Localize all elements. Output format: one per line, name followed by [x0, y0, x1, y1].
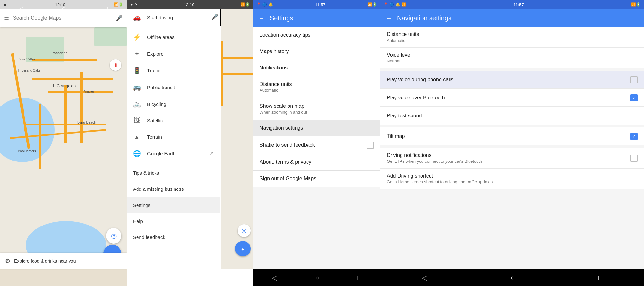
label-anaheim: Anaheim	[84, 90, 96, 93]
voice-bluetooth-checkbox[interactable]: ✓	[630, 94, 638, 101]
explore-label: Explore	[147, 51, 213, 57]
settings-status-time: 11:57	[315, 2, 326, 7]
menu-item-terrain[interactable]: ▲ Terrain	[127, 129, 220, 145]
settings-item-notifications[interactable]: Notifications	[253, 60, 380, 76]
nav-item-driving-shortcut[interactable]: Add Driving shortcut Get a Home screen s…	[380, 169, 644, 189]
menu-item-settings[interactable]: Settings	[127, 197, 220, 213]
menu-item-satellite[interactable]: 🖼 Satellite	[127, 112, 220, 129]
road-horizontal-2	[32, 78, 113, 80]
menu-item-help[interactable]: Help	[127, 213, 220, 229]
menu-status-right: 📶🔋	[240, 2, 250, 7]
nav-voice-calls-content: Play voice during phone calls	[387, 77, 630, 83]
nav-home-btn[interactable]: ○	[504, 272, 521, 284]
settings-item-about[interactable]: About, terms & privacy	[253, 154, 380, 171]
settings-recents-btn[interactable]: □	[351, 272, 368, 284]
map-status-icons-left: ☰	[3, 2, 7, 7]
settings-item-show-scale[interactable]: Show scale on map When zooming in and ou…	[253, 98, 380, 120]
bg-road-3	[221, 73, 253, 75]
menu-item-public-transit[interactable]: 🚌 Public transit	[127, 79, 220, 96]
satellite-label: Satellite	[147, 118, 213, 123]
menu-content: 🚗 Start driving ⚡ Offline areas ✦ Explor…	[127, 9, 220, 269]
menu-item-explore[interactable]: ✦ Explore	[127, 45, 220, 62]
nav-item-tilt-map[interactable]: Tilt map ✓	[380, 127, 644, 145]
settings-item-signout[interactable]: Sign out of Google Maps	[253, 171, 380, 187]
label-long-beach: Long Beach	[77, 120, 96, 124]
menu-item-tips[interactable]: Tips & tricks	[127, 165, 220, 181]
nav-item-voice-bluetooth[interactable]: Play voice over Bluetooth ✓	[380, 89, 644, 107]
nav-back-btn[interactable]: ◁	[416, 271, 433, 284]
nav-voice-subtitle: Normal	[387, 59, 638, 63]
search-input[interactable]	[13, 15, 112, 21]
settings-item-shake-feedback[interactable]: Shake to send feedback	[253, 136, 380, 154]
label-two-harbors: Two Harbors	[18, 149, 36, 153]
hamburger-icon[interactable]: ☰	[4, 14, 9, 22]
voice-calls-checkbox[interactable]	[630, 76, 638, 83]
settings-item-distance-units[interactable]: Distance units Automatic	[253, 76, 380, 98]
explore-gear-icon: ⚙	[5, 257, 10, 264]
map-status-time: 12:10	[55, 2, 66, 7]
map-search-bar: ☰ 🎤	[0, 9, 127, 27]
map-status-icons-right: 📶🔋	[114, 2, 123, 7]
tilt-map-checkbox[interactable]: ✓	[630, 133, 638, 140]
map-green-2	[94, 27, 127, 46]
road-horizontal-1	[32, 59, 97, 61]
map-background: Simi Valley Thousand Oaks Pasadena L.C A…	[0, 27, 127, 269]
nav-tilt-title: Tilt map	[387, 134, 630, 139]
nav-recents-btn[interactable]: □	[592, 272, 609, 284]
menu-item-send-feedback[interactable]: Send feedback	[127, 229, 220, 245]
menu-item-offline-areas[interactable]: ⚡ Offline areas	[127, 29, 220, 45]
settings-back-btn[interactable]: ◁	[266, 271, 283, 284]
offline-areas-label: Offline areas	[147, 34, 213, 40]
menu-mic-icon[interactable]: 🎤	[211, 14, 218, 21]
nav-settings-panel: 📍 🔵 🔔 📶 11:57 📶🔋 ← Navigation settings D…	[380, 0, 644, 286]
help-label: Help	[133, 218, 213, 224]
settings-item-shake-content: Shake to send feedback	[260, 142, 367, 148]
menu-item-bicycling[interactable]: 🚲 Bicycling	[127, 96, 220, 112]
nav-item-distance-units[interactable]: Distance units Automatic	[380, 27, 644, 48]
nav-settings-back-button[interactable]: ←	[385, 14, 392, 22]
nav-item-voice-phone-calls[interactable]: Play voice during phone calls	[380, 71, 644, 89]
nav-driving-notif-title: Driving notifications	[387, 152, 630, 158]
nav-voice-bluetooth-title: Play voice over Bluetooth	[387, 95, 630, 101]
explore-bar-text: Explore food & drinks near you	[14, 258, 76, 263]
tips-label: Tips & tricks	[133, 170, 213, 176]
menu-item-traffic[interactable]: 🚦 Traffic	[127, 62, 220, 79]
mic-icon[interactable]: 🎤	[116, 14, 123, 22]
compass[interactable]: ⬆	[110, 59, 121, 71]
bicycling-icon: 🚲	[133, 100, 141, 108]
settings-home-btn[interactable]: ○	[309, 272, 326, 284]
menu-item-google-earth[interactable]: 🌐 Google Earth ↗	[127, 145, 220, 162]
bg-location-btn[interactable]: ◎	[238, 224, 251, 237]
explore-bar[interactable]: ⚙ Explore food & drinks near you	[0, 253, 127, 269]
settings-status-bar: 📍 🔵 🔔 11:57 📶🔋	[253, 0, 380, 9]
nav-driving-shortcut-content: Add Driving shortcut Get a Home screen s…	[387, 173, 638, 184]
settings-item-scale-content: Show scale on map When zooming in and ou…	[260, 103, 374, 115]
settings-show-scale-title: Show scale on map	[260, 103, 374, 109]
settings-item-location-accuracy[interactable]: Location accuracy tips	[253, 27, 380, 43]
settings-item-maps-history-content: Maps history	[260, 49, 374, 54]
settings-back-button[interactable]: ←	[258, 14, 265, 22]
nav-item-driving-notifications[interactable]: Driving notifications Get ETAs when you …	[380, 148, 644, 169]
settings-item-maps-history[interactable]: Maps history	[253, 43, 380, 60]
settings-title: Settings	[270, 14, 293, 22]
menu-item-start-driving[interactable]: 🚗 Start driving	[127, 9, 220, 26]
settings-status-icons-right: 📶🔋	[367, 2, 377, 7]
terrain-label: Terrain	[147, 134, 213, 140]
add-business-label: Add a missing business	[133, 186, 213, 192]
settings-maps-history-title: Maps history	[260, 49, 374, 54]
nav-item-voice-level[interactable]: Voice level Normal	[380, 48, 644, 68]
my-location-button[interactable]: ◎	[106, 228, 121, 244]
shake-feedback-checkbox[interactable]	[367, 142, 374, 149]
nav-voice-title: Voice level	[387, 52, 638, 58]
bg-nav-btn[interactable]: ⬥	[235, 241, 251, 256]
settings-item-navigation[interactable]: Navigation settings	[253, 120, 380, 136]
settings-item-nav-content: Navigation settings	[260, 125, 374, 131]
menu-status-left: ▼ ✕	[130, 2, 138, 7]
driving-notifications-checkbox[interactable]	[630, 155, 638, 162]
menu-item-add-business[interactable]: Add a missing business	[127, 181, 220, 197]
public-transit-label: Public transit	[147, 85, 213, 90]
start-driving-label: Start driving	[147, 15, 213, 20]
settings-item-location-accuracy-content: Location accuracy tips	[260, 32, 374, 38]
nav-item-test-sound[interactable]: Play test sound	[380, 107, 644, 125]
nav-test-sound-title: Play test sound	[387, 113, 638, 119]
